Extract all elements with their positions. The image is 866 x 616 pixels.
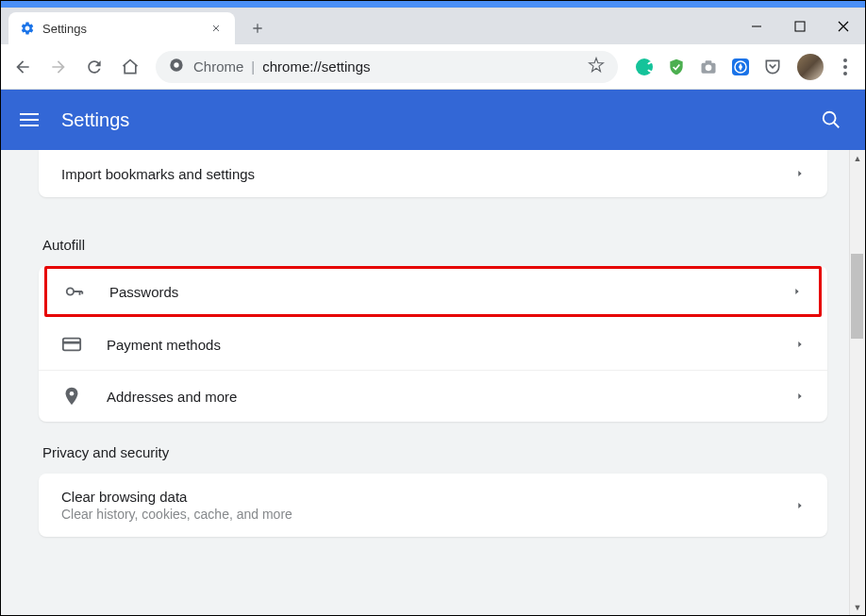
grammarly-icon[interactable]	[631, 54, 658, 80]
chevron-right-icon	[792, 283, 802, 300]
tab-title: Settings	[42, 22, 208, 36]
home-button[interactable]	[114, 51, 146, 83]
scrollbar-thumb[interactable]	[851, 254, 863, 339]
svg-rect-11	[63, 339, 80, 351]
forward-button[interactable]	[42, 51, 75, 83]
compass-icon[interactable]	[727, 54, 754, 80]
scroll-up-arrow[interactable]: ▲	[850, 150, 865, 166]
row-passwords[interactable]: Passwords	[44, 266, 822, 317]
new-tab-button[interactable]	[244, 15, 271, 42]
row-addresses[interactable]: Addresses and more	[39, 371, 827, 422]
shield-icon[interactable]	[663, 54, 690, 80]
browser-toolbar: Chrome | chrome://settings	[1, 44, 865, 90]
scrollbar[interactable]: ▲ ▼	[849, 150, 865, 615]
tab-settings[interactable]: Settings	[8, 12, 235, 44]
chrome-icon	[169, 58, 184, 76]
close-window-button[interactable]	[822, 8, 865, 44]
row-sublabel: Clear history, cookies, cache, and more	[61, 507, 795, 522]
card-autofill: Passwords Payment methods Addresses and	[39, 266, 827, 422]
row-clear-browsing-data[interactable]: Clear browsing data Clear history, cooki…	[39, 474, 827, 537]
svg-point-9	[824, 112, 836, 125]
scroll-down-arrow[interactable]: ▼	[850, 599, 865, 615]
gear-icon	[20, 21, 35, 36]
svg-point-2	[174, 62, 178, 67]
chevron-right-icon	[795, 497, 805, 514]
minimize-button[interactable]	[735, 8, 778, 44]
extension-icons	[631, 54, 786, 80]
window-titlebar	[1, 1, 865, 8]
close-icon[interactable]	[208, 21, 224, 36]
card-privacy: Clear browsing data Clear history, cooki…	[39, 474, 827, 537]
back-button[interactable]	[7, 51, 39, 83]
section-title-privacy: Privacy and security	[42, 444, 827, 460]
key-icon	[64, 281, 87, 302]
bookmark-star-icon[interactable]	[588, 57, 605, 77]
svg-point-5	[706, 64, 712, 71]
reload-button[interactable]	[78, 51, 110, 83]
settings-content: Import bookmarks and settings Autofill P…	[1, 150, 865, 615]
chevron-right-icon	[795, 165, 805, 182]
hamburger-menu-icon[interactable]	[20, 108, 42, 131]
svg-rect-6	[706, 60, 712, 63]
maximize-button[interactable]	[778, 8, 822, 44]
camera-icon[interactable]	[695, 54, 722, 80]
row-import-bookmarks[interactable]: Import bookmarks and settings	[39, 150, 827, 197]
row-label: Passwords	[109, 284, 792, 300]
section-title-autofill: Autofill	[42, 237, 827, 253]
location-pin-icon	[61, 386, 84, 407]
profile-avatar[interactable]	[797, 54, 824, 80]
chrome-menu-button[interactable]	[831, 53, 859, 81]
svg-point-3	[636, 58, 653, 75]
row-label: Addresses and more	[107, 389, 795, 405]
address-bar[interactable]: Chrome | chrome://settings	[156, 51, 618, 83]
pocket-icon[interactable]	[759, 54, 786, 80]
settings-header: Settings	[1, 90, 865, 150]
credit-card-icon	[61, 334, 84, 355]
chevron-right-icon	[795, 336, 805, 353]
svg-rect-0	[795, 22, 805, 31]
row-label: Payment methods	[107, 337, 795, 353]
page-title: Settings	[61, 109, 816, 131]
row-label: Import bookmarks and settings	[61, 166, 795, 182]
tab-strip: Settings	[1, 8, 865, 44]
chevron-right-icon	[795, 388, 805, 405]
card-import: Import bookmarks and settings	[39, 150, 827, 197]
svg-point-12	[70, 391, 75, 396]
omnibox-text: Chrome | chrome://settings	[193, 58, 580, 75]
search-icon[interactable]	[816, 105, 846, 135]
row-payment-methods[interactable]: Payment methods	[39, 319, 827, 371]
row-label: Clear browsing data	[61, 489, 795, 505]
svg-point-10	[67, 288, 74, 294]
